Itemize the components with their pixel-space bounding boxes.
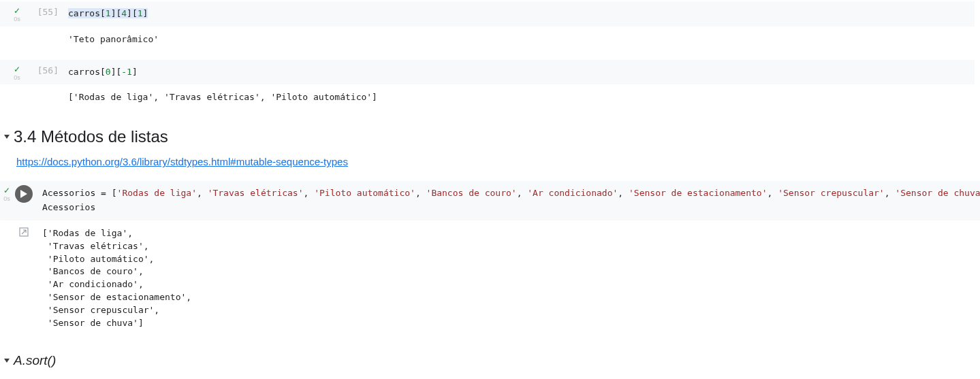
collapse-toggle-icon[interactable]	[4, 359, 10, 363]
code-editor[interactable]: carros[0][-1]	[63, 60, 975, 85]
subsection-heading-row[interactable]: A.sort()	[0, 344, 980, 374]
check-icon: ✓	[14, 65, 20, 73]
run-gutter	[14, 181, 34, 203]
code-cell-active[interactable]: ✓ 0s Acessorios = ['Rodas de liga', 'Tra…	[0, 181, 975, 220]
exec-timing: 0s	[14, 74, 20, 81]
section-heading-row[interactable]: 3.4 Métodos de listas	[0, 118, 980, 152]
exec-timing: 0s	[14, 16, 20, 22]
check-icon: ✓	[3, 186, 10, 195]
cell-output: ['Rodas de liga', 'Travas elétricas', 'P…	[63, 86, 980, 110]
code-editor[interactable]: carros[1][4][1]	[63, 1, 975, 27]
collapse-toggle-icon[interactable]	[4, 135, 10, 139]
cell-output: 'Teto panorâmico'	[63, 28, 980, 52]
cell-status-gutter: ✓ 0s	[0, 60, 34, 81]
cell-status-gutter: ✓ 0s	[0, 181, 14, 202]
cell-output-row: 'Teto panorâmico'	[0, 28, 980, 52]
section-heading: 3.4 Métodos de listas	[14, 127, 168, 146]
subsection-heading: A.sort()	[14, 353, 56, 368]
arrow-out-icon	[19, 227, 29, 237]
code-cell[interactable]: ✓ 0s [55] carros[1][4][1]	[0, 1, 975, 27]
cell-prompt: [56]	[34, 60, 59, 76]
cell-output: ['Rodas de liga', 'Travas elétricas', 'P…	[34, 222, 980, 335]
cell-output-row: ['Rodas de liga', 'Travas elétricas', 'P…	[0, 86, 980, 110]
code-editor[interactable]: Acessorios = ['Rodas de liga', 'Travas e…	[34, 181, 980, 220]
play-icon	[20, 190, 27, 198]
doc-link-row: https://docs.python.org/3.6/library/stdt…	[0, 152, 980, 180]
doc-link[interactable]: https://docs.python.org/3.6/library/stdt…	[16, 156, 348, 167]
check-icon: ✓	[14, 7, 20, 15]
cell-prompt: [55]	[34, 1, 59, 17]
exec-timing: 0s	[3, 195, 10, 202]
cell-status-gutter: ✓ 0s	[0, 1, 34, 22]
run-cell-button[interactable]	[15, 185, 33, 203]
code-cell[interactable]: ✓ 0s [56] carros[0][-1]	[0, 60, 975, 85]
output-expand-icon[interactable]	[14, 222, 34, 335]
cell-output-row: ['Rodas de liga', 'Travas elétricas', 'P…	[0, 222, 980, 335]
